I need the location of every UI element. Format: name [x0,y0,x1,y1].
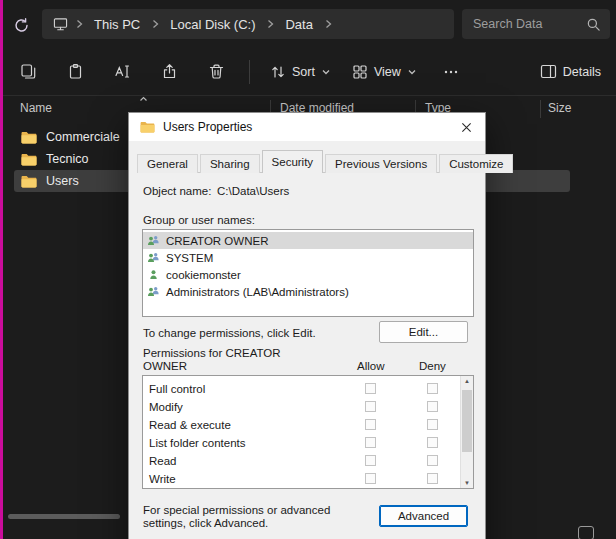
deny-checkbox[interactable] [427,419,438,430]
deny-checkbox[interactable] [427,437,438,448]
delete-icon [208,63,225,80]
scroll-up-icon[interactable]: ▲ [461,378,473,384]
folder-icon [21,175,37,188]
permissions-list: Full control Modify Read & execute List … [142,375,474,489]
allow-checkbox[interactable] [365,437,376,448]
permission-label: List folder contents [149,437,246,449]
permission-label: Write [149,473,176,485]
deny-checkbox[interactable] [427,473,438,484]
deny-checkbox[interactable] [427,455,438,466]
users-properties-dialog: Users Properties General Sharing Securit… [128,112,486,539]
tab-previous-versions[interactable]: Previous Versions [325,154,437,173]
rename-button[interactable] [100,55,144,89]
explorer-topbar: This PC Local Disk (C:) Data [0,0,616,48]
more-icon [443,64,459,80]
breadcrumb-item-data[interactable]: Data [278,14,319,35]
advanced-hint: For special permissions or advanced sett… [143,504,375,529]
rename-icon [114,63,131,80]
window-accent-edge [0,0,3,539]
folder-icon [21,131,37,144]
group-item-label: SYSTEM [166,252,213,264]
deny-checkbox[interactable] [427,401,438,412]
permission-label: Full control [149,383,205,395]
deny-column-header: Deny [419,360,446,372]
sort-icon [270,64,286,80]
column-header-size[interactable]: Size [548,101,571,115]
dialog-title: Users Properties [163,120,252,134]
group-item-label: CREATOR OWNER [166,235,268,247]
search-box[interactable] [462,9,610,39]
file-name: Commerciale [46,130,120,144]
dialog-titlebar: Users Properties [129,113,485,141]
advanced-button[interactable]: Advanced [379,505,468,527]
file-name: Tecnico [46,152,88,166]
view-label: View [374,65,401,79]
permission-label: Modify [149,401,183,413]
breadcrumb-item-local-disk-c[interactable]: Local Disk (C:) [163,14,262,35]
breadcrumb-item-this-pc[interactable]: This PC [87,14,147,35]
refresh-button[interactable] [7,12,35,38]
details-icon [540,64,557,79]
group-item-cookiemonster[interactable]: cookiemonster [143,266,473,283]
search-input[interactable] [471,16,586,32]
breadcrumb-chevron-icon[interactable] [321,19,335,29]
view-mode-status-icon[interactable] [578,526,594,539]
allow-checkbox[interactable] [365,383,376,394]
column-divider[interactable] [540,100,541,118]
copy-button[interactable] [6,55,50,89]
allow-checkbox[interactable] [365,455,376,466]
sort-caret-icon [139,96,148,102]
allow-column-header: Allow [357,360,384,372]
sort-button[interactable]: Sort [261,55,340,89]
group-item-label: Administrators (LAB\Administrators) [166,286,349,298]
tab-general[interactable]: General [137,154,198,173]
scroll-down-icon[interactable]: ▼ [461,480,473,486]
permission-row-full-control[interactable]: Full control [143,380,473,398]
allow-checkbox[interactable] [365,401,376,412]
folder-icon [140,121,155,133]
file-name: Users [46,174,79,188]
tab-sharing[interactable]: Sharing [200,154,260,173]
deny-checkbox[interactable] [427,383,438,394]
scrollbar-thumb[interactable] [462,390,472,452]
group-item-administrators[interactable]: Administrators (LAB\Administrators) [143,283,473,300]
group-icon [147,286,160,297]
edit-button[interactable]: Edit... [379,321,468,343]
tab-security[interactable]: Security [262,150,324,173]
group-icon [147,235,160,246]
view-icon [352,64,368,80]
user-icon [147,269,160,280]
column-header-name[interactable]: Name [20,101,52,115]
toolbar-divider [249,60,250,84]
allow-checkbox[interactable] [365,473,376,484]
permission-row-read[interactable]: Read [143,452,473,470]
breadcrumb-chevron-icon[interactable] [263,19,277,29]
permissions-title: Permissions for CREATOR OWNER [143,347,285,373]
horizontal-scrollbar[interactable] [8,514,120,519]
tab-customize[interactable]: Customize [439,154,513,173]
breadcrumb-chevron-icon[interactable] [72,19,86,29]
folder-icon [21,153,37,166]
permission-row-write[interactable]: Write [143,470,473,488]
group-item-creator-owner[interactable]: CREATOR OWNER [143,232,473,249]
delete-button[interactable] [194,55,238,89]
paste-button[interactable] [53,55,97,89]
object-name-label: Object name: [143,185,211,197]
details-button[interactable]: Details [531,55,610,89]
group-names-label: Group or user names: [143,214,255,226]
permission-row-read-execute[interactable]: Read & execute [143,416,473,434]
permission-row-modify[interactable]: Modify [143,398,473,416]
share-button[interactable] [147,55,191,89]
breadcrumb-chevron-icon[interactable] [148,19,162,29]
refresh-icon [13,17,30,34]
allow-checkbox[interactable] [365,419,376,430]
group-item-system[interactable]: SYSTEM [143,249,473,266]
view-button[interactable]: View [343,55,426,89]
edit-hint: To change permissions, click Edit. [143,327,316,339]
chevron-down-icon [321,67,331,77]
dialog-close-button[interactable] [451,116,481,138]
search-icon [586,17,601,32]
permissions-scrollbar[interactable]: ▲ ▼ [460,376,473,488]
permission-row-list-folder-contents[interactable]: List folder contents [143,434,473,452]
more-options-button[interactable] [429,55,473,89]
